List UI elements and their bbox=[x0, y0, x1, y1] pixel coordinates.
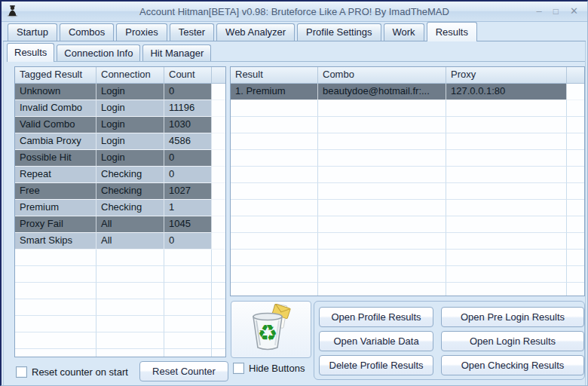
maximize-icon[interactable]: □ bbox=[553, 2, 559, 21]
column-header-combo[interactable]: Combo bbox=[318, 67, 446, 84]
empty-table-row[interactable] bbox=[231, 216, 584, 233]
table-cell: Login bbox=[96, 133, 164, 150]
empty-table-row[interactable] bbox=[231, 183, 584, 200]
table-cell bbox=[96, 250, 164, 266]
minimize-icon[interactable]: – bbox=[537, 2, 542, 21]
row-filler bbox=[212, 299, 225, 316]
row-filler bbox=[212, 84, 225, 100]
column-header-result[interactable]: Result bbox=[231, 67, 318, 84]
empty-table-row[interactable] bbox=[231, 133, 584, 150]
column-header-count[interactable]: Count bbox=[164, 67, 212, 84]
table-cell: 4586 bbox=[164, 133, 212, 150]
hide-buttons-checkbox[interactable]: Hide Buttons bbox=[233, 363, 305, 374]
subtab-connection-info[interactable]: Connection Info bbox=[57, 44, 140, 61]
table-row[interactable]: Valid ComboLogin1030 bbox=[15, 117, 225, 133]
row-filler bbox=[567, 216, 584, 233]
subtab-hit-manager[interactable]: Hit Manager bbox=[142, 44, 211, 61]
table-cell: 11196 bbox=[164, 100, 212, 117]
table-row[interactable]: RepeatChecking0 bbox=[15, 167, 225, 183]
row-filler bbox=[567, 167, 584, 183]
open-variable-data-button[interactable]: Open Variable Data bbox=[319, 331, 433, 351]
table-row[interactable]: FreeChecking1027 bbox=[15, 183, 225, 200]
row-filler bbox=[212, 100, 225, 117]
subtab-results[interactable]: Results bbox=[7, 43, 54, 62]
delete-profile-results-button[interactable]: Delete Profile Results bbox=[319, 355, 433, 375]
empty-table-row[interactable] bbox=[231, 266, 584, 283]
empty-table-row[interactable] bbox=[15, 332, 225, 349]
table-row[interactable]: PremiumChecking1 bbox=[15, 200, 225, 216]
table-cell bbox=[231, 266, 318, 283]
tab-work[interactable]: Work bbox=[384, 23, 424, 41]
table-cell: Proxy Fail bbox=[15, 216, 96, 233]
row-filler bbox=[567, 100, 584, 117]
open-profile-results-button[interactable]: Open Profile Results bbox=[319, 307, 433, 327]
close-icon[interactable]: ✕ bbox=[570, 2, 578, 21]
empty-table-row[interactable] bbox=[15, 266, 225, 283]
column-header-proxy[interactable]: Proxy bbox=[446, 67, 567, 84]
empty-table-row[interactable] bbox=[231, 200, 584, 216]
table-cell bbox=[318, 150, 446, 167]
table-cell: Checking bbox=[96, 167, 164, 183]
table-cell: Login bbox=[96, 117, 164, 133]
empty-table-row[interactable] bbox=[231, 100, 584, 117]
empty-table-row[interactable] bbox=[231, 117, 584, 133]
empty-table-row[interactable] bbox=[231, 233, 584, 250]
table-cell bbox=[231, 233, 318, 250]
table-cell bbox=[318, 266, 446, 283]
table-cell bbox=[164, 349, 212, 357]
open-login-results-button[interactable]: Open Login Results bbox=[441, 331, 584, 351]
hide-buttons-label: Hide Buttons bbox=[249, 363, 305, 374]
table-cell: 1045 bbox=[164, 216, 212, 233]
tab-proxies[interactable]: Proxies bbox=[116, 23, 167, 41]
table-row[interactable]: UnknownLogin0 bbox=[15, 84, 225, 100]
empty-table-row[interactable] bbox=[15, 349, 225, 357]
table-row[interactable]: Cambia ProxyLogin4586 bbox=[15, 133, 225, 150]
empty-table-row[interactable] bbox=[231, 283, 584, 296]
row-filler bbox=[567, 150, 584, 167]
table-cell bbox=[231, 150, 318, 167]
empty-table-row[interactable] bbox=[15, 316, 225, 332]
open-checking-results-button[interactable]: Open Checking Results bbox=[441, 355, 584, 375]
table-cell bbox=[15, 250, 96, 266]
tab-startup[interactable]: Startup bbox=[8, 23, 57, 41]
empty-table-row[interactable] bbox=[231, 167, 584, 183]
table-row[interactable]: Invalid ComboLogin11196 bbox=[15, 100, 225, 117]
reset-counter-button[interactable]: Reset Counter bbox=[139, 361, 228, 381]
checkbox-box-icon[interactable] bbox=[233, 363, 244, 374]
table-cell bbox=[96, 349, 164, 357]
table-cell bbox=[96, 332, 164, 349]
reset-counter-checkbox[interactable]: Reset counter on start bbox=[16, 366, 128, 378]
tab-profile-settings[interactable]: Profile Settings bbox=[297, 23, 381, 41]
table-cell bbox=[231, 117, 318, 133]
tab-tester[interactable]: Tester bbox=[170, 23, 214, 41]
column-header-tagged-result[interactable]: Tagged Result bbox=[15, 67, 96, 84]
table-cell bbox=[96, 299, 164, 316]
tab-combos[interactable]: Combos bbox=[60, 23, 114, 41]
tab-results[interactable]: Results bbox=[427, 22, 477, 41]
empty-table-row[interactable] bbox=[15, 299, 225, 316]
table-row[interactable]: 1. Premiumbeautydoe@hotmail.fr:...127.0.… bbox=[231, 84, 584, 100]
empty-table-row[interactable] bbox=[231, 250, 584, 266]
row-filler bbox=[212, 250, 225, 266]
checkbox-box-icon[interactable] bbox=[16, 366, 27, 378]
table-cell: Login bbox=[96, 84, 164, 100]
tagged-results-table: Tagged ResultConnectionCountUnknownLogin… bbox=[14, 66, 226, 357]
row-filler bbox=[567, 283, 584, 296]
table-row[interactable]: Proxy FailAll1045 bbox=[15, 216, 225, 233]
table-cell bbox=[318, 167, 446, 183]
table-cell bbox=[164, 266, 212, 283]
open-pre-login-results-button[interactable]: Open Pre Login Results bbox=[441, 307, 584, 327]
titlebar[interactable]: Account Hitman[BETA] v0.98: Bruteforce L… bbox=[2, 2, 587, 22]
empty-table-row[interactable] bbox=[15, 250, 225, 266]
table-row[interactable]: Smart SkipsAll0 bbox=[15, 233, 225, 250]
table-row[interactable]: Possible HitLogin0 bbox=[15, 150, 225, 167]
hit-results-table: ResultComboProxy1. Premiumbeautydoe@hotm… bbox=[230, 66, 585, 296]
table-cell: 1027 bbox=[164, 183, 212, 200]
empty-table-row[interactable] bbox=[231, 150, 584, 167]
table-cell bbox=[231, 100, 318, 117]
empty-table-row[interactable] bbox=[15, 283, 225, 299]
tab-web-analyzer[interactable]: Web Analyzer bbox=[216, 23, 295, 41]
table-cell bbox=[15, 349, 96, 357]
recycle-bin-panel[interactable]: ♻ bbox=[231, 301, 311, 358]
column-header-connection[interactable]: Connection bbox=[96, 67, 164, 84]
